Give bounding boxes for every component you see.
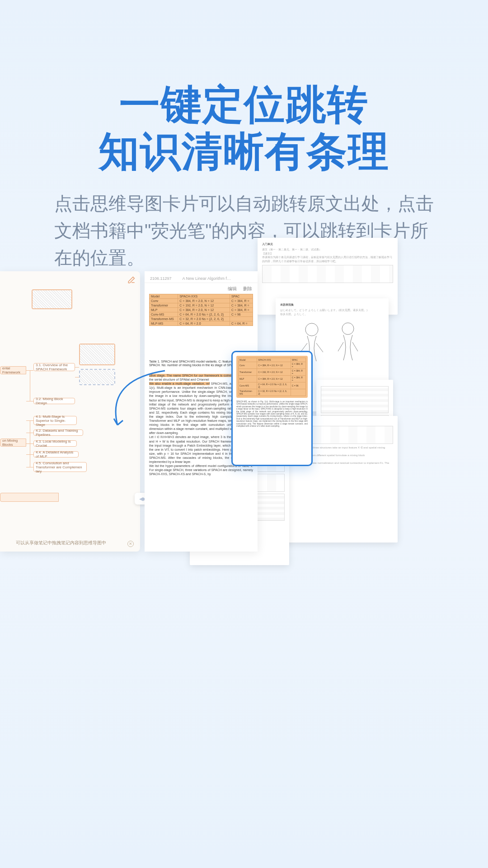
document-tabs: 2106.11297 A New Linear Algorithm f… <box>145 271 258 283</box>
svg-point-1 <box>342 323 354 335</box>
delete-button[interactable]: 删除 <box>241 285 254 293</box>
edit-icon[interactable] <box>127 276 136 284</box>
mindmap-bottom-node[interactable] <box>0 493 59 502</box>
card-text: SPACH-MS, as shown in Fig. 1(c). Multi-s… <box>236 401 308 427</box>
tab-2106[interactable]: 2106.11297 <box>147 274 174 283</box>
mindmap-card-selected[interactable] <box>79 369 115 385</box>
card-table: ModelSPACH-XXSSPAC ConvC = 384, R = 2.0,… <box>236 356 308 398</box>
mindmap-node-3-2[interactable]: 3.2. Mixing Block Design <box>33 398 75 404</box>
illustration-stage: 入门单元 课文（第一・第二单元、第一・第二课、试试看） 【课文】 本课将分为两个… <box>0 244 488 868</box>
headline-line1: 一键定位跳转 <box>0 81 488 128</box>
mindmap-card-image-1[interactable] <box>32 289 72 309</box>
selected-card[interactable]: ModelSPACH-XXSSPAC ConvC = 384, R = 2.0,… <box>231 351 313 466</box>
mindmap-root-node[interactable]: ental Framework <box>0 366 26 374</box>
edit-button[interactable]: 编辑 <box>226 285 239 293</box>
mindmap-notes-node[interactable]: on Mixing Blocks <box>0 439 26 447</box>
svg-point-0 <box>305 323 318 336</box>
mindmap-node-4-5[interactable]: 4.5. Convolution and Transformer are Com… <box>33 462 87 472</box>
mindmap-panel: ental Framework 3.1. Overview of the SPA… <box>0 271 140 552</box>
mindmap-card-image-2[interactable] <box>79 344 115 365</box>
tab-algorithm[interactable]: A New Linear Algorithm f… <box>180 274 234 283</box>
mindmap-node-3-1[interactable]: 3.1. Overview of the SPACH Framework <box>33 363 75 371</box>
mindmap-node-4-1[interactable]: 4.1. Multi-Stage is Superior to Single-S… <box>33 416 77 425</box>
mindmap-node-4-2[interactable]: 4.2. Datasets and Training Pipelines <box>33 429 83 436</box>
headline-line2: 知识清晰有条理 <box>0 128 488 175</box>
mindmap-node-4-4[interactable]: 4.4. A Detailed Analysis of MLP <box>33 451 79 458</box>
mindmap-node-4-3[interactable]: 4.3. Local Modeling is Crucial <box>33 440 77 447</box>
headline: 一键定位跳转 知识清晰有条理 <box>0 81 488 175</box>
doc-actions: 编辑 删除 <box>226 285 254 293</box>
close-icon[interactable]: ✕ <box>127 541 134 547</box>
highlighted-table[interactable]: ModelSPACH-XXSSPAC ConvC = 384, R = 2.0,… <box>149 294 253 326</box>
mindmap-hint: 可以从享做笔记中拖拽笔记内容到思维导图中 <box>0 540 122 546</box>
